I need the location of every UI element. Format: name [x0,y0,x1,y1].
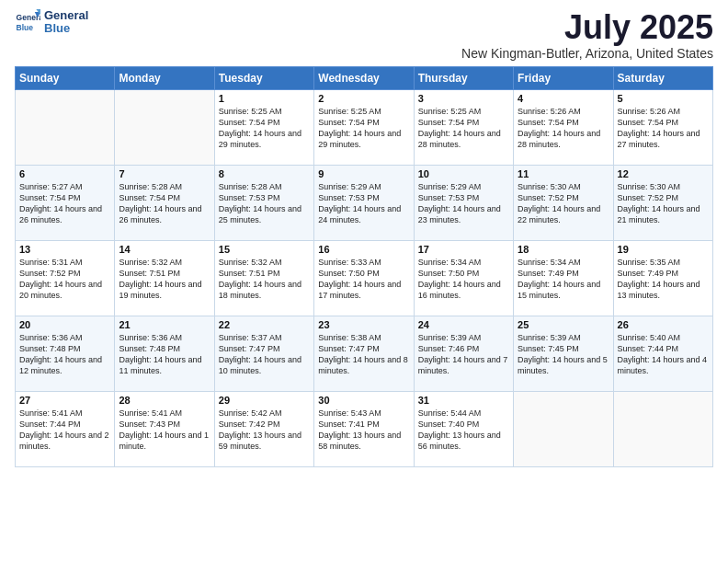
location-title: New Kingman-Butler, Arizona, United Stat… [461,46,713,61]
logo-line2: Blue [44,22,88,35]
table-row: 7Sunrise: 5:28 AMSunset: 7:54 PMDaylight… [115,165,214,240]
day-number: 30 [318,395,409,406]
table-row: 25Sunrise: 5:39 AMSunset: 7:45 PMDayligh… [514,316,613,391]
cell-info: Sunrise: 5:32 AMSunset: 7:51 PMDaylight:… [119,257,210,302]
day-number: 4 [518,93,609,104]
day-number: 5 [618,93,709,104]
day-number: 8 [219,168,310,179]
table-row: 6Sunrise: 5:27 AMSunset: 7:54 PMDaylight… [16,165,115,240]
cell-info: Sunrise: 5:25 AMSunset: 7:54 PMDaylight:… [418,106,509,151]
calendar: Sunday Monday Tuesday Wednesday Thursday… [15,66,713,467]
cell-info: Sunrise: 5:43 AMSunset: 7:41 PMDaylight:… [318,408,409,453]
cell-info: Sunrise: 5:29 AMSunset: 7:53 PMDaylight:… [318,181,409,226]
day-number: 10 [418,168,509,179]
table-row: 1Sunrise: 5:25 AMSunset: 7:54 PMDaylight… [214,89,313,165]
day-number: 1 [219,93,310,104]
day-number: 17 [418,244,509,255]
day-number: 21 [119,319,210,330]
day-number: 14 [119,244,210,255]
cell-info: Sunrise: 5:38 AMSunset: 7:47 PMDaylight:… [318,332,409,377]
col-friday: Friday [514,66,613,89]
day-number: 6 [19,168,110,179]
table-row: 5Sunrise: 5:26 AMSunset: 7:54 PMDaylight… [613,89,712,165]
logo: General Blue General Blue [15,9,88,36]
col-thursday: Thursday [414,66,513,89]
cell-info: Sunrise: 5:35 AMSunset: 7:49 PMDaylight:… [618,257,709,302]
table-row: 24Sunrise: 5:39 AMSunset: 7:46 PMDayligh… [414,316,513,391]
cell-info: Sunrise: 5:29 AMSunset: 7:53 PMDaylight:… [418,181,509,226]
day-number: 12 [618,168,709,179]
cell-info: Sunrise: 5:36 AMSunset: 7:48 PMDaylight:… [19,332,110,377]
table-row [514,391,613,466]
calendar-week-row: 13Sunrise: 5:31 AMSunset: 7:52 PMDayligh… [16,240,713,316]
cell-info: Sunrise: 5:27 AMSunset: 7:54 PMDaylight:… [19,181,110,226]
day-number: 27 [19,395,110,406]
table-row: 11Sunrise: 5:30 AMSunset: 7:52 PMDayligh… [514,165,613,240]
day-number: 19 [618,244,709,255]
svg-text:Blue: Blue [17,23,34,32]
title-block: July 2025 New Kingman-Butler, Arizona, U… [461,9,713,61]
table-row [115,89,214,165]
table-row: 27Sunrise: 5:41 AMSunset: 7:44 PMDayligh… [16,391,115,466]
cell-info: Sunrise: 5:31 AMSunset: 7:52 PMDaylight:… [19,257,110,302]
calendar-week-row: 27Sunrise: 5:41 AMSunset: 7:44 PMDayligh… [16,391,713,466]
cell-info: Sunrise: 5:37 AMSunset: 7:47 PMDaylight:… [219,332,310,377]
cell-info: Sunrise: 5:39 AMSunset: 7:45 PMDaylight:… [518,332,609,377]
day-number: 23 [318,319,409,330]
table-row [613,391,712,466]
table-row: 10Sunrise: 5:29 AMSunset: 7:53 PMDayligh… [414,165,513,240]
table-row: 30Sunrise: 5:43 AMSunset: 7:41 PMDayligh… [314,391,414,466]
table-row: 31Sunrise: 5:44 AMSunset: 7:40 PMDayligh… [414,391,513,466]
table-row [16,89,115,165]
cell-info: Sunrise: 5:26 AMSunset: 7:54 PMDaylight:… [518,106,609,151]
cell-info: Sunrise: 5:30 AMSunset: 7:52 PMDaylight:… [518,181,609,226]
cell-info: Sunrise: 5:44 AMSunset: 7:40 PMDaylight:… [418,408,509,453]
day-number: 28 [119,395,210,406]
col-tuesday: Tuesday [214,66,313,89]
day-number: 20 [19,319,110,330]
day-number: 2 [318,93,409,104]
table-row: 15Sunrise: 5:32 AMSunset: 7:51 PMDayligh… [214,240,313,316]
table-row: 26Sunrise: 5:40 AMSunset: 7:44 PMDayligh… [613,316,712,391]
cell-info: Sunrise: 5:40 AMSunset: 7:44 PMDaylight:… [618,332,709,377]
cell-info: Sunrise: 5:41 AMSunset: 7:43 PMDaylight:… [119,408,210,453]
table-row: 13Sunrise: 5:31 AMSunset: 7:52 PMDayligh… [16,240,115,316]
table-row: 8Sunrise: 5:28 AMSunset: 7:53 PMDaylight… [214,165,313,240]
table-row: 21Sunrise: 5:36 AMSunset: 7:48 PMDayligh… [115,316,214,391]
col-wednesday: Wednesday [314,66,414,89]
month-title: July 2025 [461,9,713,46]
cell-info: Sunrise: 5:25 AMSunset: 7:54 PMDaylight:… [318,106,409,151]
table-row: 20Sunrise: 5:36 AMSunset: 7:48 PMDayligh… [16,316,115,391]
table-row: 23Sunrise: 5:38 AMSunset: 7:47 PMDayligh… [314,316,414,391]
logo-line1: General [44,9,88,22]
table-row: 17Sunrise: 5:34 AMSunset: 7:50 PMDayligh… [414,240,513,316]
col-saturday: Saturday [613,66,712,89]
day-number: 3 [418,93,509,104]
day-number: 26 [618,319,709,330]
cell-info: Sunrise: 5:28 AMSunset: 7:54 PMDaylight:… [119,181,210,226]
table-row: 16Sunrise: 5:33 AMSunset: 7:50 PMDayligh… [314,240,414,316]
cell-info: Sunrise: 5:34 AMSunset: 7:49 PMDaylight:… [518,257,609,302]
col-sunday: Sunday [16,66,115,89]
calendar-header-row: Sunday Monday Tuesday Wednesday Thursday… [16,66,713,89]
calendar-week-row: 1Sunrise: 5:25 AMSunset: 7:54 PMDaylight… [16,89,713,165]
table-row: 14Sunrise: 5:32 AMSunset: 7:51 PMDayligh… [115,240,214,316]
calendar-week-row: 20Sunrise: 5:36 AMSunset: 7:48 PMDayligh… [16,316,713,391]
day-number: 31 [418,395,509,406]
table-row: 12Sunrise: 5:30 AMSunset: 7:52 PMDayligh… [613,165,712,240]
cell-info: Sunrise: 5:30 AMSunset: 7:52 PMDaylight:… [618,181,709,226]
cell-info: Sunrise: 5:41 AMSunset: 7:44 PMDaylight:… [19,408,110,453]
day-number: 18 [518,244,609,255]
day-number: 22 [219,319,310,330]
day-number: 11 [518,168,609,179]
table-row: 9Sunrise: 5:29 AMSunset: 7:53 PMDaylight… [314,165,414,240]
cell-info: Sunrise: 5:42 AMSunset: 7:42 PMDaylight:… [219,408,310,453]
cell-info: Sunrise: 5:33 AMSunset: 7:50 PMDaylight:… [318,257,409,302]
table-row: 22Sunrise: 5:37 AMSunset: 7:47 PMDayligh… [214,316,313,391]
day-number: 15 [219,244,310,255]
table-row: 18Sunrise: 5:34 AMSunset: 7:49 PMDayligh… [514,240,613,316]
cell-info: Sunrise: 5:32 AMSunset: 7:51 PMDaylight:… [219,257,310,302]
table-row: 19Sunrise: 5:35 AMSunset: 7:49 PMDayligh… [613,240,712,316]
day-number: 29 [219,395,310,406]
cell-info: Sunrise: 5:34 AMSunset: 7:50 PMDaylight:… [418,257,509,302]
